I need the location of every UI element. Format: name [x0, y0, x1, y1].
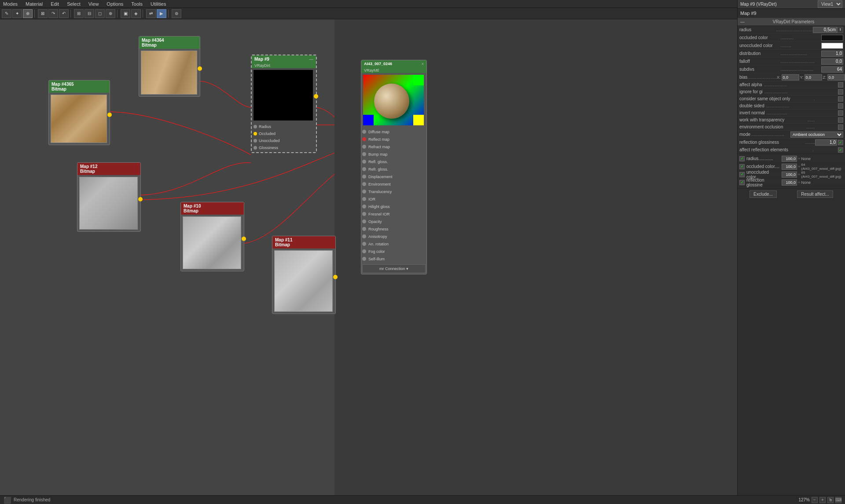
sub-val-occluded[interactable] — [782, 164, 797, 170]
render-icon: ⬛ — [4, 497, 11, 504]
sub-val-radius[interactable] — [782, 156, 797, 162]
node-9-sockets: Radius Occluded Unoccluded Glossiness — [252, 122, 316, 152]
param-consider-same-check[interactable] — [838, 96, 843, 102]
sub-check-unoccluded[interactable]: ✓ — [739, 172, 745, 177]
menu-utilities[interactable]: Utilities — [149, 1, 167, 7]
param-falloff-input[interactable] — [821, 58, 843, 65]
toolbar-btn-12[interactable]: ⇄ — [146, 9, 156, 18]
menu-select[interactable]: Select — [66, 1, 82, 7]
status-text: Rendering finished — [14, 497, 50, 502]
toolbar-sep-5 — [168, 10, 170, 18]
node-11[interactable]: Map #11 Bitmap — [272, 236, 336, 314]
param-occluded-swatch[interactable] — [821, 35, 843, 41]
param-ignore-gi-check[interactable] — [838, 89, 843, 95]
zoom-out-btn[interactable]: − — [812, 497, 818, 503]
menu-material[interactable]: Material — [24, 1, 44, 7]
vmtl-sock-mrconn[interactable]: mr Connection ▾ — [362, 264, 426, 273]
result-affect-button[interactable]: Result affect... — [797, 190, 833, 198]
sub-val-reflgloss[interactable] — [782, 179, 797, 186]
bias-z-input[interactable] — [827, 74, 845, 80]
menu-options[interactable]: Options — [105, 1, 125, 7]
vmtl-sock-displacement: Displacement — [362, 173, 426, 180]
node-9[interactable]: Map #9 — VRayDirt Radius Occluded Unoccl… — [251, 55, 317, 153]
param-work-transparency-check[interactable] — [838, 117, 843, 123]
sub-rows-section: ✓ radius............ ÷ None ✓ occluded c… — [738, 153, 845, 186]
param-double-sided: double sided ................... — [738, 102, 845, 110]
param-consider-same: consider same object only . — [738, 95, 845, 102]
param-affect-refl-check[interactable]: ✓ — [838, 147, 843, 153]
toolbar-btn-7[interactable]: ⊟ — [84, 9, 94, 18]
param-radius-spinner[interactable]: ⬆ — [837, 27, 843, 33]
param-mode-select[interactable]: Ambient occlusion — [790, 131, 843, 138]
node-9-output-dot[interactable] — [314, 94, 318, 99]
node-12[interactable]: Map #12 Bitmap — [77, 162, 141, 232]
node-4365-header: Map #4365 Bitmap — [49, 80, 110, 93]
sub-check-occluded[interactable]: ✓ — [739, 164, 745, 169]
vmtl-sock-roughness: Roughness — [362, 225, 426, 233]
toolbar-btn-1[interactable]: ✎ — [2, 9, 11, 18]
zoom-in-btn[interactable]: + — [819, 497, 826, 503]
toolbar-btn-11[interactable]: ◈ — [131, 9, 141, 18]
param-double-sided-check[interactable] — [838, 103, 843, 109]
menu-modes[interactable]: Modes — [2, 1, 19, 7]
vmtl-sock-diffuse: Diffuse map — [362, 128, 426, 135]
sub-check-radius[interactable]: ✓ — [739, 156, 745, 161]
vmtl-sock-reflgloss: Refl. gloss. — [362, 158, 426, 165]
toolbar-btn-10[interactable]: ▣ — [121, 9, 130, 18]
toolbar-btn-4[interactable]: ↷ — [48, 9, 58, 18]
toolbar-btn-13[interactable]: ▶ — [157, 9, 166, 18]
socket-occluded-dot[interactable] — [254, 132, 257, 135]
toolbar-btn-8[interactable]: ◻ — [95, 9, 105, 18]
toolbar-btn-9[interactable]: ⊕ — [106, 9, 115, 18]
toolbar-btn-2[interactable]: ✦ — [12, 9, 22, 18]
menu-tools[interactable]: Tools — [130, 1, 144, 7]
param-falloff: falloff ............................ — [738, 58, 845, 66]
param-distribution-input[interactable] — [821, 51, 843, 57]
node-editor[interactable]: Map #4364 Bitmap Map #4365 Bitmap Map #9… — [0, 19, 334, 495]
param-radius-input[interactable] — [813, 27, 837, 33]
node-10[interactable]: Map #10 Bitmap — [180, 202, 244, 271]
socket-radius-dot[interactable] — [254, 125, 257, 128]
param-bias: bias ........................ X: Y: Z: — [738, 73, 845, 81]
menu-view[interactable]: View — [87, 1, 100, 7]
param-refl-gloss-input[interactable] — [815, 139, 837, 146]
param-unoccluded-swatch[interactable] — [821, 43, 843, 49]
param-invert-normal-check[interactable] — [838, 110, 843, 116]
node-11-output-dot[interactable] — [333, 275, 338, 279]
node-ai43[interactable]: AI43_007_0246 × VRayMtl Diffuse map Refl… — [361, 60, 427, 274]
socket-unoccluded-dot[interactable] — [254, 139, 257, 142]
vmtl-sock-selfillum: Self-illum — [362, 255, 426, 263]
param-env-occlusion-check[interactable] — [838, 124, 843, 130]
node-ai43-header: AI43_007_0246 × — [361, 60, 426, 68]
node-4364-output-dot[interactable] — [198, 66, 202, 71]
toolbar-btn-3[interactable]: ⊠ — [38, 9, 48, 18]
toolbar-btn-14[interactable]: ⊚ — [172, 9, 181, 18]
param-invert-normal: invert normal ................. — [738, 110, 845, 117]
node-4365[interactable]: Map #4365 Bitmap — [48, 80, 110, 145]
sub-val-unoccluded[interactable] — [782, 172, 797, 178]
node-10-output-dot[interactable] — [242, 237, 246, 241]
socket-glossiness-dot[interactable] — [254, 146, 257, 150]
node-ai43-preview — [363, 75, 424, 125]
exclude-button[interactable]: Exclude... — [749, 190, 777, 198]
bias-y-input[interactable] — [805, 74, 822, 80]
status-right: 127% − + 🖱 ⌨ — [798, 497, 841, 503]
node-12-output-dot[interactable] — [138, 197, 143, 201]
node-4364[interactable]: Map #4364 Bitmap — [139, 36, 200, 97]
vmtl-sock-anrotation: An. rotation — [362, 240, 426, 248]
socket-unoccluded: Unoccluded — [254, 137, 314, 144]
toolbar-btn-6[interactable]: ⊞ — [74, 9, 84, 18]
bias-x-input[interactable] — [782, 74, 799, 80]
view-dropdown[interactable]: View1 — [818, 0, 842, 8]
param-refl-gloss-check[interactable]: ✓ — [838, 140, 843, 145]
menu-edit[interactable]: Edit — [49, 1, 60, 7]
node-4365-output-dot[interactable] — [107, 113, 112, 117]
node-12-header: Map #12 Bitmap — [77, 163, 140, 175]
param-affect-alpha-check[interactable] — [838, 82, 843, 88]
node-ai43-type: VRayMtl — [361, 68, 426, 73]
vmtl-sock-bump: Bump map — [362, 150, 426, 158]
param-subdivs-input[interactable] — [821, 66, 843, 73]
toolbar-btn-5[interactable]: ↶ — [59, 9, 69, 18]
toolbar-btn-move[interactable]: ⊕ — [23, 9, 33, 18]
sub-check-reflgloss[interactable]: ✓ — [739, 180, 745, 185]
